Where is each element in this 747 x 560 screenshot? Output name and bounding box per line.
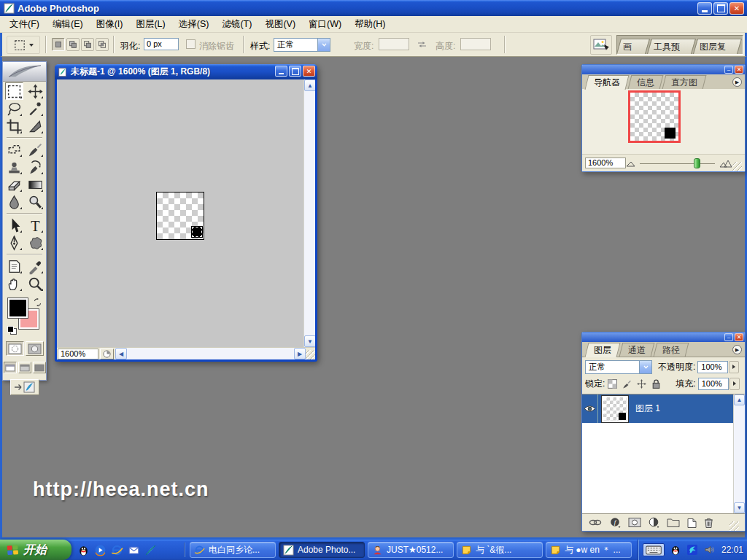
scroll-left-button[interactable]: ◀ bbox=[115, 348, 127, 359]
file-browser-button[interactable] bbox=[590, 35, 612, 55]
panel-tab[interactable]: 直方图 bbox=[662, 75, 707, 89]
jump-to-imageready-button[interactable] bbox=[10, 379, 39, 395]
resize-grip[interactable] bbox=[306, 350, 315, 359]
wmp-icon[interactable] bbox=[94, 544, 107, 556]
menu-item[interactable]: 图像(I) bbox=[90, 16, 130, 32]
status-timer-button[interactable] bbox=[100, 349, 114, 359]
custom-shape-tool[interactable] bbox=[26, 234, 44, 252]
menu-item[interactable]: 帮助(H) bbox=[348, 16, 392, 32]
fullscreen-button[interactable] bbox=[33, 362, 46, 373]
panel-minimize-button[interactable]: – bbox=[724, 66, 733, 74]
layers-scrollbar[interactable]: ▲ ▼ bbox=[733, 394, 745, 513]
panel-menu-button[interactable]: ▶ bbox=[732, 77, 742, 87]
doc-maximize-button[interactable] bbox=[289, 66, 301, 77]
pen-tool[interactable] bbox=[5, 234, 23, 252]
fill-slider-button[interactable] bbox=[729, 378, 740, 390]
panel-minimize-button[interactable]: – bbox=[724, 333, 733, 341]
scroll-up-button[interactable]: ▲ bbox=[734, 394, 745, 405]
lock-position-icon[interactable] bbox=[636, 378, 647, 389]
type-tool[interactable]: T bbox=[26, 217, 44, 234]
taskbar-task[interactable]: 与 ˋ&徦... bbox=[457, 542, 543, 558]
slider-thumb[interactable] bbox=[694, 158, 700, 168]
horizontal-scrollbar[interactable]: ◀ ▶ bbox=[115, 348, 306, 359]
lock-paint-icon[interactable] bbox=[622, 378, 632, 389]
eraser-tool[interactable] bbox=[5, 176, 23, 193]
lasso-tool[interactable] bbox=[5, 100, 23, 117]
menu-item[interactable]: 视图(V) bbox=[258, 16, 302, 32]
brush-tool[interactable] bbox=[26, 141, 44, 158]
volume-icon[interactable] bbox=[703, 544, 715, 556]
swap-colors-icon[interactable] bbox=[33, 298, 42, 307]
eyedropper-tool[interactable] bbox=[26, 257, 44, 275]
panel-resize-grip[interactable] bbox=[729, 521, 739, 531]
menu-item[interactable]: 选择(S) bbox=[172, 16, 216, 32]
opacity-field[interactable]: 100% bbox=[697, 361, 728, 373]
history-brush-tool[interactable] bbox=[26, 158, 44, 176]
minimize-button[interactable] bbox=[697, 2, 712, 15]
menu-item[interactable]: 窗口(W) bbox=[302, 16, 348, 32]
canvas[interactable] bbox=[156, 192, 204, 240]
quick-mask-mode-button[interactable] bbox=[26, 341, 44, 356]
start-button[interactable]: 开始 bbox=[0, 540, 71, 560]
scroll-up-button[interactable]: ▲ bbox=[304, 79, 315, 91]
delete-layer-icon[interactable] bbox=[704, 517, 713, 528]
selected-black-pixel-region[interactable] bbox=[192, 227, 202, 237]
path-select-tool[interactable] bbox=[5, 217, 23, 234]
pen-quick-icon[interactable] bbox=[144, 544, 157, 556]
patch-tool[interactable] bbox=[5, 141, 23, 158]
layer-thumbnail[interactable] bbox=[602, 396, 628, 422]
palette-well-tab[interactable]: 图层复合 bbox=[693, 39, 742, 54]
panel-tab[interactable]: 信息 bbox=[628, 75, 664, 89]
new-layer-icon[interactable] bbox=[687, 517, 697, 528]
width-input[interactable] bbox=[379, 38, 409, 50]
messenger-tray-icon[interactable] bbox=[686, 544, 698, 556]
selection-mode-new-button[interactable] bbox=[52, 38, 65, 51]
panel-close-button[interactable]: ✕ bbox=[735, 66, 743, 74]
blur-tool[interactable] bbox=[5, 193, 23, 211]
zoom-percent-field[interactable]: 1600% bbox=[58, 349, 98, 359]
layer-row[interactable]: 图层 1 bbox=[582, 394, 733, 423]
close-button[interactable]: ✕ bbox=[729, 2, 744, 15]
panel-titlebar[interactable]: – ✕ bbox=[582, 332, 745, 342]
move-tool[interactable] bbox=[26, 82, 44, 100]
taskbar-task[interactable]: Adobe Photo... bbox=[279, 542, 365, 558]
gradient-tool[interactable] bbox=[26, 176, 44, 193]
panel-resize-grip[interactable] bbox=[732, 162, 742, 171]
opacity-slider-button[interactable] bbox=[729, 361, 739, 373]
ie-icon[interactable] bbox=[111, 544, 123, 556]
zoom-in-icon[interactable] bbox=[719, 159, 732, 168]
menu-item[interactable]: 编辑(E) bbox=[46, 16, 90, 32]
taskbar-task[interactable]: JUST★0512... bbox=[368, 542, 454, 558]
menu-item[interactable]: 图层(L) bbox=[129, 16, 171, 32]
panel-titlebar[interactable]: – ✕ bbox=[582, 65, 745, 74]
panel-menu-button[interactable]: ▶ bbox=[732, 345, 742, 354]
standard-mode-button[interactable] bbox=[6, 341, 24, 356]
palette-well-tab[interactable]: 工具预设 bbox=[647, 39, 696, 54]
navigator-zoom-slider[interactable] bbox=[640, 158, 715, 169]
adjustment-layer-icon[interactable] bbox=[649, 517, 659, 528]
dodge-tool[interactable] bbox=[26, 193, 44, 211]
notes-tool[interactable] bbox=[5, 257, 23, 275]
scroll-right-button[interactable]: ▶ bbox=[294, 348, 306, 359]
default-colors-icon[interactable] bbox=[7, 326, 17, 334]
document-titlebar[interactable]: 未标题-1 @ 1600% (图层 1, RGB/8) ✕ bbox=[55, 64, 317, 79]
input-method-cell[interactable] bbox=[643, 543, 665, 556]
selection-mode-intersect-button[interactable] bbox=[96, 38, 109, 51]
layer-style-icon[interactable]: f bbox=[610, 517, 621, 528]
combo-arrow-button[interactable] bbox=[317, 39, 330, 51]
doc-close-button[interactable]: ✕ bbox=[303, 66, 315, 77]
hand-tool[interactable] bbox=[5, 275, 23, 292]
lock-transparency-icon[interactable] bbox=[607, 378, 618, 389]
fullscreen-menu-button[interactable] bbox=[18, 362, 31, 373]
link-layers-icon[interactable] bbox=[588, 517, 603, 528]
layer-mask-icon[interactable] bbox=[628, 517, 641, 528]
rect-marquee-tool[interactable] bbox=[5, 82, 23, 100]
lock-all-icon[interactable] bbox=[651, 378, 662, 389]
crop-tool[interactable] bbox=[5, 117, 23, 135]
selection-mode-add-button[interactable] bbox=[66, 38, 80, 51]
zoom-out-icon[interactable] bbox=[626, 160, 635, 167]
panel-tab[interactable]: 图层 bbox=[585, 343, 621, 357]
slice-tool[interactable] bbox=[26, 117, 44, 135]
clone-stamp-tool[interactable] bbox=[5, 158, 23, 176]
zoom-tool[interactable] bbox=[26, 275, 44, 292]
